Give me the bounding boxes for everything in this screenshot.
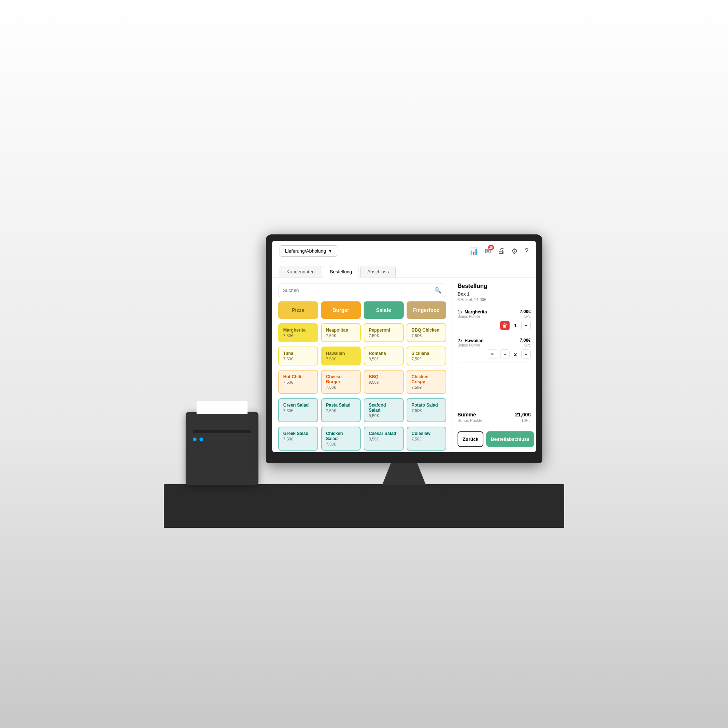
menu-item[interactable]: Greek Salad 7,50€: [278, 427, 318, 451]
menu-item[interactable]: Neapolitan 7,50€: [321, 323, 361, 342]
item-price: 7,50€: [326, 408, 356, 413]
order-buttons: Zurück Bestellabschluss: [457, 431, 531, 447]
menu-item[interactable]: BBQ Chicken 7,50€: [407, 323, 447, 342]
edit-button[interactable]: ✏: [488, 349, 497, 359]
chevron-down-icon: ▾: [329, 248, 332, 254]
printer-slot: [193, 430, 251, 433]
order-item-price: 7,00€: [520, 338, 531, 343]
item-price: 7,50€: [412, 437, 442, 441]
header-icons: 📊 ✉ 28 🖨 ⚙ ?: [469, 247, 529, 255]
item-name: Neapolitan: [326, 327, 356, 333]
menu-item[interactable]: Caesar Salad 9,50€: [364, 427, 404, 451]
item-price: 7,50€: [326, 442, 356, 446]
menu-item[interactable]: Hawaiian 7,50€: [321, 347, 361, 366]
order-item-qty: 1x: [457, 309, 463, 315]
tab-abschluss[interactable]: Abschluss: [360, 266, 396, 277]
order-item-price: 7,00€: [520, 309, 531, 314]
menu-item[interactable]: Margherita 7,50€: [278, 323, 318, 342]
item-name: Tuna: [283, 351, 313, 356]
menu-item[interactable]: Pepperoni 7,50€: [364, 323, 404, 342]
item-name: Siciliana: [412, 351, 442, 356]
pos-left: 🔍 Pizza Burger Salate Fingerfood: [272, 278, 452, 452]
decrease-button[interactable]: −: [500, 349, 509, 359]
item-name: Pepperoni: [369, 327, 399, 333]
order-item-name: 2x Hawaiian: [457, 338, 483, 343]
order-item-bonus-pts: 5Pt.: [524, 343, 531, 347]
item-name: Hawaiian: [326, 351, 356, 356]
item-name: Potato Salad: [412, 402, 442, 408]
menu-item[interactable]: Tuna 7,50€: [278, 347, 318, 366]
menu-item[interactable]: Pasta Salad 7,50€: [321, 398, 361, 422]
menu-item[interactable]: BBQ 9,50€: [364, 370, 404, 394]
tab-bestellung[interactable]: Bestellung: [323, 266, 359, 278]
pos-header: Lieferung/Abholung ▾ 📊 ✉ 28 🖨 ⚙ ?: [272, 241, 536, 262]
order-item-label: Hawaiian: [465, 338, 483, 343]
item-name: Margherita: [283, 327, 313, 333]
item-name: Pasta Salad: [326, 402, 356, 408]
printer-icon[interactable]: 🖨: [498, 247, 505, 255]
delete-button[interactable]: 🗑: [500, 321, 509, 330]
order-item-bonus: Bonus Punkte: [457, 315, 480, 318]
order-item-bonus: Bonus Punkte: [457, 343, 480, 347]
complete-button[interactable]: Bestellabschluss: [486, 431, 534, 447]
menu-item[interactable]: Chicken Crispy 7,50€: [407, 370, 447, 394]
scene: Lieferung/Abholung ▾ 📊 ✉ 28 🖨 ⚙ ?: [164, 200, 564, 528]
bonus-label: Bonus Punkte: [457, 418, 483, 423]
menu-grid-salad-2: Greek Salad 7,50€ Chicken Salad 7,50€ Ca…: [278, 427, 446, 451]
help-icon[interactable]: ?: [525, 247, 529, 255]
tab-kundendaten[interactable]: Kundendaten: [280, 266, 321, 277]
order-item-qty: 2x: [457, 338, 463, 343]
item-name: Caesar Salad: [369, 431, 399, 436]
item-price: 9,50€: [369, 380, 399, 384]
item-price: 7,50€: [369, 333, 399, 338]
menu-item[interactable]: Siciliana 7,50€: [407, 347, 447, 366]
mail-badge: 28: [488, 245, 494, 251]
printer-light: [193, 437, 197, 441]
item-name: BBQ: [369, 374, 399, 379]
search-bar: 🔍: [278, 284, 446, 297]
item-price: 7,50€: [412, 385, 442, 390]
item-price: 7,50€: [283, 333, 313, 338]
back-button[interactable]: Zurück: [457, 431, 483, 447]
delivery-dropdown[interactable]: Lieferung/Abholung ▾: [280, 245, 337, 257]
order-item-margherita: 1x Margherita 7,00€ Bonus Punkte 5Pt.: [457, 305, 531, 334]
menu-item[interactable]: Green Salad 7,50€: [278, 398, 318, 422]
mail-icon[interactable]: ✉ 28: [485, 247, 491, 255]
item-name: Greek Salad: [283, 431, 313, 436]
category-fingerfood[interactable]: Fingerfood: [407, 301, 447, 319]
printer: [186, 412, 258, 485]
item-price: 7,50€: [326, 333, 356, 338]
monitor: Lieferung/Abholung ▾ 📊 ✉ 28 🖨 ⚙ ?: [266, 234, 542, 491]
item-price: 7,50€: [326, 385, 356, 390]
item-name: Hot Chili: [283, 374, 313, 379]
menu-item[interactable]: Seafood Salad 9,50€: [364, 398, 404, 422]
item-price: 7,50€: [326, 357, 356, 361]
menu-item[interactable]: Cheese Burger 7,50€: [321, 370, 361, 394]
search-input[interactable]: [283, 288, 431, 293]
chart-icon[interactable]: 📊: [469, 247, 478, 255]
menu-item[interactable]: Hot Chili 7,50€: [278, 370, 318, 394]
category-pizza[interactable]: Pizza: [278, 301, 318, 319]
item-name: Chicken Salad: [326, 431, 356, 441]
menu-item[interactable]: Chicken Salad 7,50€: [321, 427, 361, 451]
order-box-label: Box 1: [457, 292, 531, 297]
settings-icon[interactable]: ⚙: [511, 247, 518, 255]
category-burger[interactable]: Burger: [321, 301, 361, 319]
item-name: Green Salad: [283, 402, 313, 408]
menu-grid-pizza-2: Tuna 7,50€ Hawaiian 7,50€ Romana 9,50€: [278, 347, 446, 366]
pos-right: Bestellung Box 1 3 Artikel, 14,00€ 1x Ma…: [452, 278, 536, 452]
order-item-hawaiian: 2x Hawaiian 7,00€ Bonus Punkte 5Pt.: [457, 334, 531, 363]
menu-item[interactable]: Romana 9,50€: [364, 347, 404, 366]
increase-button[interactable]: +: [521, 321, 531, 330]
monitor-frame: Lieferung/Abholung ▾ 📊 ✉ 28 🖨 ⚙ ?: [266, 234, 542, 463]
increase-button[interactable]: +: [521, 349, 531, 359]
total-label: Summe: [457, 412, 476, 418]
delivery-label: Lieferung/Abholung: [285, 248, 326, 254]
menu-item[interactable]: Coleslaw 7,50€: [407, 427, 447, 451]
order-bonus-row: Bonus Punkte 10Pt.: [457, 418, 531, 423]
menu-item[interactable]: Potato Salad 7,50€: [407, 398, 447, 422]
item-price: 9,50€: [369, 357, 399, 361]
order-item-name: 1x Margherita: [457, 309, 487, 315]
category-salate[interactable]: Salate: [364, 301, 404, 319]
total-amount: 21,00€: [515, 412, 531, 418]
